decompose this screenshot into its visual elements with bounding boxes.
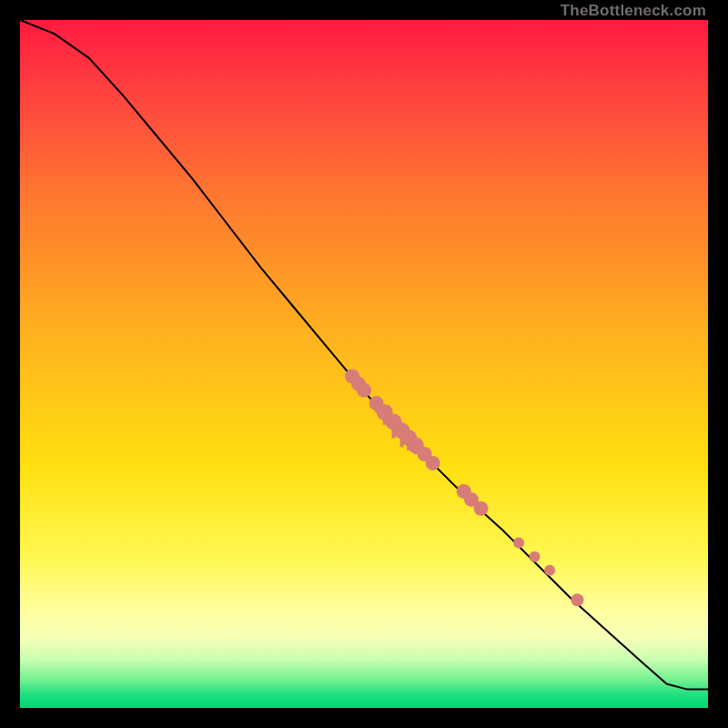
data-point <box>513 538 524 549</box>
data-point <box>571 593 583 606</box>
data-point <box>426 456 440 470</box>
data-point <box>357 383 371 398</box>
data-point <box>530 551 541 562</box>
data-point <box>544 565 555 576</box>
chart-frame: TheBottleneck.com <box>0 0 728 728</box>
points-group <box>345 369 583 607</box>
plot-area <box>20 20 708 708</box>
chart-svg <box>20 20 708 708</box>
attribution-text: TheBottleneck.com <box>561 2 706 20</box>
curve-path <box>20 20 708 690</box>
data-point <box>474 501 489 516</box>
